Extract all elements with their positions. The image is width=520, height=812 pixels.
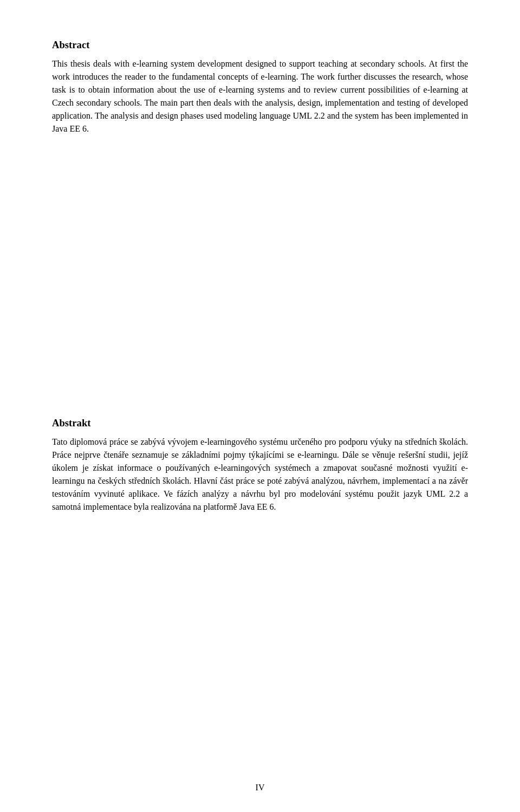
abstract-english-title: Abstract [52, 39, 468, 51]
abstract-czech-body: Tato diplomová práce se zabývá vývojem e… [52, 436, 468, 514]
abstract-english-body: This thesis deals with e-learning system… [52, 57, 468, 135]
abstract-czech-section: Abstrakt Tato diplomová práce se zabývá … [52, 417, 468, 514]
page: Abstract This thesis deals with e-learni… [0, 0, 520, 812]
page-number: IV [256, 783, 265, 792]
abstract-czech-title: Abstrakt [52, 417, 468, 429]
abstract-english-section: Abstract This thesis deals with e-learni… [52, 39, 468, 135]
